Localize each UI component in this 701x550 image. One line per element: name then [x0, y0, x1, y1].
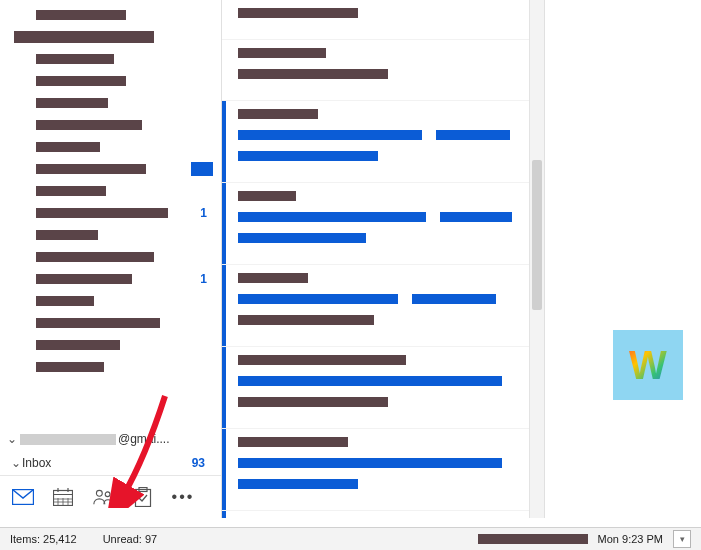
reading-pane: W — [545, 0, 701, 518]
message-preview-redacted — [238, 458, 502, 468]
more-icon[interactable]: ••• — [172, 486, 194, 508]
folder-item[interactable] — [0, 136, 221, 158]
scrollbar-thumb[interactable] — [532, 160, 542, 310]
folder-label-redacted — [36, 120, 142, 130]
message-preview-redacted — [440, 212, 512, 222]
message-subject-redacted — [238, 8, 358, 18]
folder-item[interactable]: 1 — [0, 202, 221, 224]
chevron-down-icon: ⌄ — [10, 456, 22, 470]
message-preview-redacted — [238, 233, 366, 243]
folder-label-redacted — [36, 362, 104, 372]
folder-unread-count: 1 — [200, 206, 213, 220]
svg-point-10 — [96, 490, 102, 496]
folder-item[interactable] — [0, 48, 221, 70]
folder-label-redacted — [36, 208, 168, 218]
inbox-label: Inbox — [22, 456, 51, 470]
folder-label-redacted — [36, 252, 154, 262]
message-subject-redacted — [238, 437, 348, 447]
message-preview-redacted — [238, 294, 398, 304]
message-item[interactable] — [222, 40, 544, 101]
calendar-icon[interactable] — [52, 486, 74, 508]
folder-label-redacted — [36, 318, 160, 328]
account-label: @gmai.... — [118, 432, 170, 446]
message-item[interactable] — [222, 347, 544, 429]
folder-item[interactable] — [0, 70, 221, 92]
folder-item[interactable] — [0, 26, 221, 48]
folder-label-redacted — [36, 10, 126, 20]
folder-badge — [191, 162, 213, 176]
tasks-icon[interactable] — [132, 486, 154, 508]
account-redacted — [20, 434, 116, 445]
message-list-scrollbar[interactable] — [529, 0, 544, 518]
folder-item[interactable] — [0, 224, 221, 246]
svg-point-11 — [105, 492, 110, 497]
message-list — [222, 0, 545, 518]
folder-item[interactable] — [0, 180, 221, 202]
message-subject-redacted — [238, 109, 318, 119]
message-item[interactable] — [222, 429, 544, 511]
nav-bar: ••• — [0, 475, 221, 518]
folder-item[interactable] — [0, 356, 221, 378]
folder-label-redacted — [36, 76, 126, 86]
folder-label-redacted — [36, 164, 146, 174]
folder-unread-count: 1 — [200, 272, 213, 286]
folder-item[interactable] — [0, 92, 221, 114]
folder-item[interactable] — [0, 312, 221, 334]
folder-label-redacted — [14, 31, 154, 43]
status-unread: Unread: 97 — [103, 533, 157, 545]
status-bar: Items: 25,412 Unread: 97 Mon 9:23 PM ▾ — [0, 527, 701, 550]
message-subject-redacted — [238, 191, 296, 201]
status-timestamp: Mon 9:23 PM — [598, 533, 663, 545]
folder-label-redacted — [36, 230, 98, 240]
message-preview-redacted — [238, 376, 502, 386]
inbox-folder[interactable]: ⌄ Inbox 93 — [0, 451, 221, 475]
folder-label-redacted — [36, 54, 114, 64]
folder-item[interactable] — [0, 246, 221, 268]
message-subject-redacted — [238, 48, 326, 58]
message-preview-redacted — [436, 130, 510, 140]
folder-item[interactable] — [0, 114, 221, 136]
message-item[interactable] — [222, 101, 544, 183]
message-preview-redacted — [238, 212, 426, 222]
message-preview-redacted — [238, 130, 422, 140]
status-redacted — [478, 534, 588, 544]
folder-label-redacted — [36, 296, 94, 306]
message-preview-redacted — [412, 294, 496, 304]
folder-item[interactable]: 1 — [0, 268, 221, 290]
folder-tree: 11 — [0, 0, 221, 427]
folder-label-redacted — [36, 340, 120, 350]
message-subject-redacted — [238, 397, 388, 407]
folder-item[interactable] — [0, 158, 221, 180]
message-subject-redacted — [238, 315, 374, 325]
folder-label-redacted — [36, 142, 100, 152]
folder-label-redacted — [36, 98, 108, 108]
message-preview-redacted — [238, 151, 378, 161]
folder-label-redacted — [36, 186, 106, 196]
message-subject-redacted — [238, 273, 308, 283]
message-preview-redacted — [238, 479, 358, 489]
inbox-unread-count: 93 — [192, 456, 215, 470]
folder-label-redacted — [36, 274, 132, 284]
people-icon[interactable] — [92, 486, 114, 508]
chevron-down-icon: ⌄ — [6, 432, 18, 446]
message-item[interactable] — [222, 183, 544, 265]
watermark-logo: W — [613, 330, 683, 400]
folder-pane: 11 ⌄ @gmai.... ⌄ Inbox 93 ••• — [0, 0, 222, 518]
folder-item[interactable] — [0, 4, 221, 26]
scroll-down-button[interactable]: ▾ — [673, 530, 691, 548]
folder-item[interactable] — [0, 290, 221, 312]
message-item[interactable] — [222, 511, 544, 518]
status-items: Items: 25,412 — [10, 533, 77, 545]
message-subject-redacted — [238, 69, 388, 79]
account-header[interactable]: ⌄ @gmai.... — [0, 427, 221, 451]
message-subject-redacted — [238, 355, 406, 365]
message-item[interactable] — [222, 265, 544, 347]
mail-icon[interactable] — [12, 486, 34, 508]
folder-item[interactable] — [0, 334, 221, 356]
message-item[interactable] — [222, 0, 544, 40]
